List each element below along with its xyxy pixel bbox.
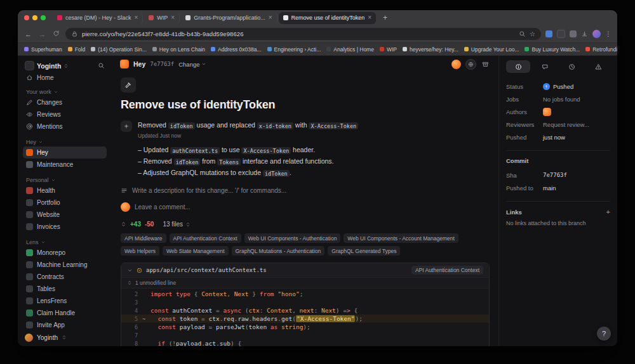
bookmark-item[interactable]: Analytics | Home: [326, 46, 374, 53]
browser-profile-avatar[interactable]: [592, 30, 601, 38]
archive-button[interactable]: [481, 60, 490, 69]
panel-row-value[interactable]: Request review...: [543, 121, 589, 128]
tag-list: API MiddlewareAPI Authentication Context…: [121, 233, 490, 256]
comment-input[interactable]: Leave a comment...: [121, 202, 490, 212]
zoom-window-button[interactable]: [41, 15, 46, 20]
back-button[interactable]: ←: [23, 30, 33, 38]
downloads-icon[interactable]: [581, 30, 588, 37]
sidebar-item[interactable]: Portfolio: [23, 197, 107, 209]
extensions-puzzle-icon[interactable]: [570, 30, 577, 37]
sidebar-item[interactable]: Contracts: [23, 271, 107, 283]
extension-icon[interactable]: [557, 30, 565, 38]
context-tag[interactable]: Web Helpers: [121, 246, 159, 256]
panel-tab-clock[interactable]: [559, 60, 584, 73]
sidebar-footer-user[interactable]: Yoginth: [23, 331, 107, 344]
minimize-window-button[interactable]: [32, 15, 37, 20]
sidebar-section-header[interactable]: Lens: [23, 237, 107, 247]
panel-tab-info[interactable]: [506, 60, 530, 73]
new-tab-button[interactable]: +: [378, 13, 392, 22]
sidebar-item[interactable]: Reviews: [23, 108, 107, 120]
bookmark-item[interactable]: Buy Luxury Watch...: [525, 46, 580, 53]
sidebar-item[interactable]: Tables: [23, 283, 107, 295]
browser-tab[interactable]: cesare (DM) - Hey - Slack×: [53, 12, 143, 24]
context-tag[interactable]: API Middleware: [121, 233, 166, 243]
bookmark-item[interactable]: heyverse/hey: Hey...: [403, 46, 458, 53]
sidebar-item[interactable]: Invoices: [23, 221, 107, 233]
bookmark-item[interactable]: Hey on Lens Chain: [152, 46, 205, 53]
search-icon[interactable]: [98, 62, 105, 69]
sidebar-item[interactable]: Website: [23, 209, 107, 221]
app-header: Hey 7e7763f Change: [112, 56, 498, 72]
tab-close-icon[interactable]: ×: [269, 15, 272, 21]
bookmark-item[interactable]: Superhuman: [24, 46, 62, 53]
sidebar-item[interactable]: Mentions: [23, 120, 107, 133]
summary-updated: Updated Just now: [138, 133, 358, 139]
diff-file-header[interactable]: apps/api/src/context/authContext.ts API …: [121, 263, 489, 277]
sidebar-item[interactable]: Hey: [23, 146, 107, 159]
browser-menu-icon[interactable]: ⋮: [605, 30, 612, 37]
summary-text: Removed idToken usage and replaced x-id-…: [138, 120, 358, 131]
bookmark-star-icon[interactable]: ☆: [530, 30, 535, 37]
change-selector[interactable]: Change: [178, 61, 206, 68]
bookmark-item[interactable]: Engineering › Acti...: [267, 46, 321, 53]
bookmark-item[interactable]: Fold: [68, 46, 86, 53]
context-tag[interactable]: API Authentication Context: [170, 233, 241, 243]
commit-sha[interactable]: 7e7763f: [150, 61, 174, 67]
sidebar-item[interactable]: LensFrens: [23, 295, 107, 307]
header-user-avatar[interactable]: [451, 60, 461, 69]
tab-close-icon[interactable]: ×: [171, 15, 175, 21]
reload-button[interactable]: [51, 30, 61, 38]
context-tag[interactable]: GraphQL Generated Types: [328, 246, 400, 256]
sidebar-item[interactable]: Maintenance: [23, 159, 107, 171]
sidebar-item-home[interactable]: Home: [23, 72, 107, 83]
sidebar-section-header[interactable]: Personal: [23, 175, 107, 185]
description-input[interactable]: Write a description for this change... '…: [121, 187, 490, 194]
bookmark-favicon: [326, 47, 331, 51]
bookmark-item[interactable]: (14) Operation Sin...: [91, 46, 147, 53]
bookmark-item[interactable]: Address 0x038a...: [211, 46, 262, 53]
bookmark-item[interactable]: Upgrade Your Loo...: [464, 46, 519, 53]
panel-tab-warning[interactable]: [586, 60, 610, 73]
zoom-page-icon[interactable]: [519, 30, 526, 37]
browser-tab[interactable]: Grants-Program/applicatio...×: [181, 12, 277, 24]
bookmark-item[interactable]: Retrofunding | Vote: [585, 46, 617, 53]
chevron-updown-icon: [185, 222, 190, 227]
project-avatar: [26, 249, 33, 256]
browser-tab[interactable]: Remove use of identityToken×: [279, 12, 376, 24]
bookmark-label: Superhuman: [31, 46, 62, 53]
sidebar-item[interactable]: Changes: [23, 96, 107, 108]
sidebar-item[interactable]: Health: [23, 185, 107, 197]
details-panel: StatusPushedJobsNo jobs foundAuthorsRevi…: [498, 56, 617, 346]
tab-close-icon[interactable]: ×: [368, 15, 371, 21]
context-tag[interactable]: Web UI Components - Authentication: [244, 233, 341, 243]
panel-rows: StatusPushedJobsNo jobs foundAuthorsRevi…: [506, 80, 610, 143]
bookmark-item[interactable]: WIP: [380, 46, 397, 53]
diff-toggle-icon[interactable]: [121, 221, 126, 227]
sidebar-item[interactable]: Claim Handle: [23, 307, 107, 319]
author-avatar[interactable]: [543, 108, 551, 116]
extension-icon[interactable]: [545, 30, 552, 37]
files-toggle[interactable]: 13 files: [163, 221, 190, 228]
workspace-switcher[interactable]: Yoginth: [23, 60, 107, 72]
sidebar-section-header[interactable]: Hey: [23, 137, 107, 146]
globe-button[interactable]: [465, 59, 476, 70]
panel-row-value[interactable]: [543, 108, 551, 116]
browser-tab[interactable]: WIP×: [144, 12, 180, 24]
help-button[interactable]: ?: [597, 327, 611, 341]
forward-button[interactable]: →: [37, 30, 47, 38]
expand-unmodified-top[interactable]: 1 unmodified line: [121, 277, 489, 289]
close-window-button[interactable]: [24, 15, 29, 20]
repo-name[interactable]: Hey: [133, 60, 145, 68]
context-tag[interactable]: Web State Management: [163, 246, 229, 256]
sidebar-item[interactable]: Invite App: [23, 319, 107, 331]
sidebar-item[interactable]: Monorepo: [23, 247, 107, 259]
sidebar-item[interactable]: Machine Learning: [23, 259, 107, 271]
context-tag[interactable]: GraphQL Mutations - Authentication: [232, 246, 325, 256]
reload-icon: [53, 30, 60, 37]
add-link-button[interactable]: +: [606, 208, 610, 216]
context-tag[interactable]: Web UI Components - Account Management: [344, 233, 458, 243]
address-bar[interactable]: pierre.co/yo/hey/22e543f7-e8dd-41db-b43b…: [65, 28, 541, 40]
tab-close-icon[interactable]: ×: [135, 15, 138, 21]
panel-tab-comment[interactable]: [533, 60, 557, 73]
sidebar-section-header[interactable]: Your work: [23, 87, 107, 96]
